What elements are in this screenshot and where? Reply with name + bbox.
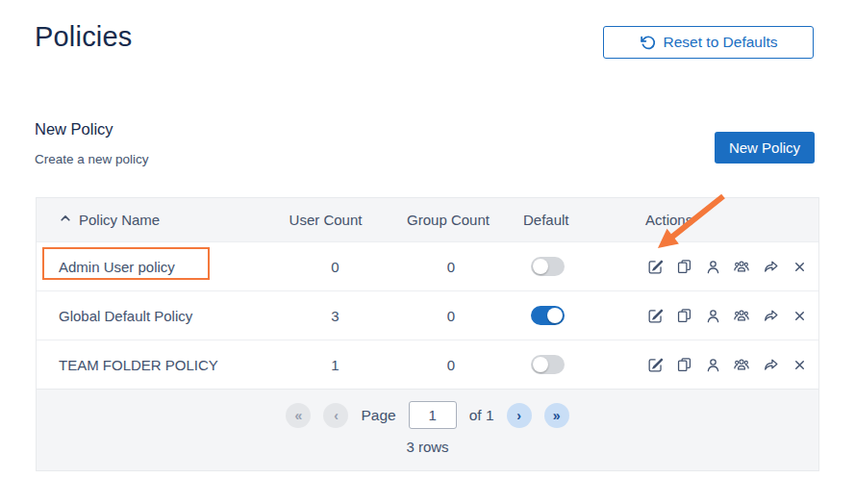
share-icon[interactable]	[761, 355, 780, 374]
edit-icon[interactable]	[645, 306, 665, 325]
reset-icon	[640, 35, 656, 51]
edit-icon[interactable]	[645, 355, 665, 374]
policy-name-cell: Admin User policy	[37, 259, 251, 275]
table-row: TEAM FOLDER POLICY 1 0	[37, 340, 818, 389]
table-row: Global Default Policy 3 0	[37, 290, 818, 340]
default-toggle[interactable]	[531, 355, 565, 374]
page-label: Page	[361, 407, 395, 424]
copy-icon[interactable]	[674, 257, 693, 276]
column-header-user-count: User Count	[251, 212, 400, 228]
sort-ascending-icon	[59, 212, 72, 228]
page-title: Policies	[35, 21, 133, 53]
user-count-cell: 0	[251, 259, 400, 275]
rows-count-label: 3 rows	[37, 439, 818, 455]
copy-icon[interactable]	[674, 306, 693, 325]
remove-icon[interactable]	[790, 355, 809, 374]
assign-group-icon[interactable]	[732, 257, 751, 276]
last-page-button[interactable]: »	[544, 403, 569, 428]
chevron-left-icon: ‹	[334, 409, 339, 422]
policy-name-cell: Global Default Policy	[37, 308, 251, 324]
reset-button-label: Reset to Defaults	[664, 34, 778, 51]
group-count-cell: 0	[400, 308, 496, 324]
edit-icon[interactable]	[645, 257, 665, 276]
policies-page: Policies Reset to Defaults New Policy Cr…	[0, 0, 855, 504]
table-row: Admin User policy 0 0	[37, 241, 818, 290]
reset-to-defaults-button[interactable]: Reset to Defaults	[603, 26, 814, 59]
assign-user-icon[interactable]	[703, 257, 722, 276]
share-icon[interactable]	[761, 306, 780, 325]
assign-user-icon[interactable]	[703, 355, 722, 374]
column-header-actions: Actions	[602, 212, 818, 228]
share-icon[interactable]	[761, 257, 780, 276]
assign-group-icon[interactable]	[732, 306, 751, 325]
double-chevron-right-icon: »	[553, 409, 561, 422]
column-header-policy-name[interactable]: Policy Name	[37, 212, 251, 228]
default-toggle[interactable]	[531, 257, 565, 276]
actions-cell	[602, 306, 818, 325]
page-of-label: of 1	[469, 407, 494, 424]
chevron-right-icon: ›	[516, 409, 521, 422]
actions-cell	[602, 355, 818, 374]
copy-icon[interactable]	[674, 355, 693, 374]
group-count-cell: 0	[400, 259, 496, 275]
column-header-default: Default	[496, 212, 602, 228]
first-page-button[interactable]: «	[286, 403, 311, 428]
remove-icon[interactable]	[790, 257, 809, 276]
previous-page-button[interactable]: ‹	[323, 403, 348, 428]
actions-cell	[602, 257, 818, 276]
user-count-cell: 1	[251, 357, 400, 373]
section-subheading: Create a new policy	[35, 152, 149, 166]
default-toggle[interactable]	[531, 306, 565, 325]
policy-name-cell: TEAM FOLDER POLICY	[37, 357, 251, 373]
group-count-cell: 0	[400, 357, 496, 373]
remove-icon[interactable]	[790, 306, 809, 325]
policies-table: Policy Name User Count Group Count Defau…	[36, 197, 819, 471]
column-header-group-count: Group Count	[400, 212, 496, 228]
double-chevron-left-icon: «	[295, 409, 303, 422]
new-policy-button[interactable]: New Policy	[715, 132, 815, 164]
next-page-button[interactable]: ›	[507, 403, 532, 428]
table-header-row: Policy Name User Count Group Count Defau…	[37, 198, 818, 241]
section-heading: New Policy	[35, 120, 113, 139]
assign-user-icon[interactable]	[703, 306, 722, 325]
pagination: « ‹ Page of 1 › »	[37, 390, 818, 429]
page-number-input[interactable]	[409, 401, 457, 429]
assign-group-icon[interactable]	[732, 355, 751, 374]
user-count-cell: 3	[251, 308, 400, 324]
table-footer: « ‹ Page of 1 › » 3 rows	[37, 389, 818, 470]
